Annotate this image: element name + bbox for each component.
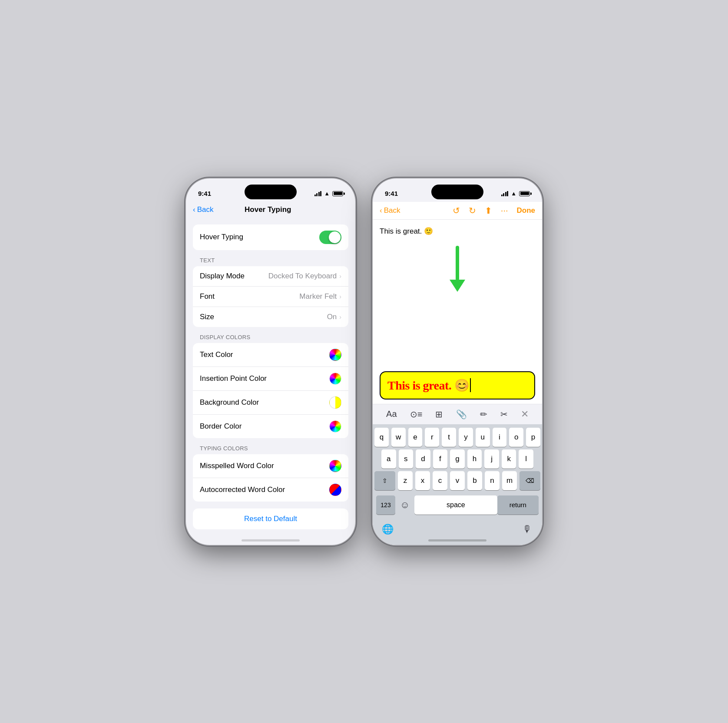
font-value: Marker Felt ›: [299, 292, 341, 301]
done-button[interactable]: Done: [517, 206, 536, 215]
notes-nav: ‹ Back ↺ ↻ ⬆ ··· Done: [373, 202, 542, 220]
key-b[interactable]: b: [467, 471, 482, 490]
key-a[interactable]: a: [381, 449, 396, 469]
mic-icon[interactable]: 🎙: [518, 520, 537, 539]
chevron-left-icon: ‹: [380, 206, 382, 215]
display-mode-label: Display Mode: [200, 272, 245, 281]
display-mode-text: Docked To Keyboard: [268, 272, 337, 281]
border-color-row[interactable]: Border Color: [193, 415, 348, 438]
key-d[interactable]: d: [416, 449, 430, 469]
display-mode-value: Docked To Keyboard ›: [268, 272, 341, 281]
back-button[interactable]: ‹ Back: [380, 206, 400, 215]
settings-content: Hover Typing TEXT Display Mode Docked To…: [186, 218, 355, 538]
border-color-label: Border Color: [200, 422, 242, 431]
wifi-icon: ▲: [511, 190, 516, 197]
format-icon[interactable]: Aa: [386, 409, 397, 419]
key-i[interactable]: i: [493, 428, 507, 447]
key-space[interactable]: space: [414, 495, 497, 515]
key-f[interactable]: f: [433, 449, 448, 469]
redo-icon[interactable]: ↻: [469, 205, 476, 216]
more-icon[interactable]: ···: [501, 205, 508, 215]
key-return[interactable]: return: [497, 495, 539, 515]
list-icon[interactable]: ⊙≡: [410, 409, 423, 419]
hover-typing-row: Hover Typing: [200, 224, 341, 250]
hover-typing-toggle[interactable]: [319, 231, 341, 244]
hover-typing-label: Hover Typing: [200, 233, 243, 241]
attachment-icon[interactable]: 📎: [456, 409, 467, 419]
signal-icon: [501, 191, 509, 196]
reset-label: Reset to Default: [244, 515, 297, 523]
battery-icon: [519, 191, 530, 196]
undo-icon[interactable]: ↺: [453, 205, 460, 216]
autocorrected-word-color-row[interactable]: Autocorrected Word Color: [193, 478, 348, 502]
misspelled-word-color-row[interactable]: Misspelled Word Color: [193, 454, 348, 478]
phone-notes: 9:41 ▲ ‹ Back ↺ ↻ ⬆ ···: [373, 178, 542, 545]
key-w[interactable]: w: [391, 428, 406, 447]
back-button[interactable]: ‹ Back: [193, 205, 213, 214]
key-q[interactable]: q: [374, 428, 389, 447]
misspelled-word-color-label: Misspelled Word Color: [200, 462, 274, 470]
font-row[interactable]: Font Marker Felt ›: [193, 287, 348, 307]
wifi-icon: ▲: [324, 190, 330, 197]
key-u[interactable]: u: [476, 428, 490, 447]
text-color-swatch: [329, 349, 341, 361]
signal-icon: [314, 191, 322, 196]
key-y[interactable]: y: [459, 428, 473, 447]
key-shift[interactable]: ⇧: [374, 471, 395, 490]
table-icon[interactable]: ⊞: [435, 409, 443, 419]
key-m[interactable]: m: [502, 471, 517, 490]
phone-settings: 9:41 ▲ ‹ Back Hover Typing Hover T: [186, 178, 355, 545]
size-text: On: [327, 313, 337, 321]
misspelled-word-color-swatch: [329, 460, 341, 472]
background-color-row[interactable]: Background Color: [193, 391, 348, 415]
key-n[interactable]: n: [485, 471, 500, 490]
key-l[interactable]: l: [519, 449, 533, 469]
keyboard: q w e r t y u i o p a s d f g h j k: [373, 424, 542, 545]
key-emoji[interactable]: ☺: [395, 495, 414, 515]
globe-icon[interactable]: 🌐: [378, 520, 397, 539]
key-e[interactable]: e: [408, 428, 423, 447]
key-o[interactable]: o: [509, 428, 523, 447]
back-label: Back: [384, 206, 400, 215]
text-color-row[interactable]: Text Color: [193, 343, 348, 367]
typing-colors-group: Misspelled Word Color Autocorrected Word…: [193, 454, 348, 502]
display-mode-row[interactable]: Display Mode Docked To Keyboard ›: [193, 266, 348, 287]
share-icon[interactable]: ⬆: [485, 205, 492, 216]
key-v[interactable]: v: [450, 471, 465, 490]
notes-app: ‹ Back ↺ ↻ ⬆ ··· Done This is great. 🙂 T…: [373, 202, 542, 545]
key-p[interactable]: p: [526, 428, 540, 447]
key-x[interactable]: x: [415, 471, 430, 490]
notes-nav-right: ↺ ↻ ⬆ ··· Done: [453, 205, 535, 216]
text-section-header: TEXT: [186, 250, 355, 266]
reset-to-default-button[interactable]: Reset to Default: [193, 508, 348, 529]
key-delete[interactable]: ⌫: [520, 471, 540, 490]
hover-typing-section: Hover Typing: [193, 224, 348, 250]
home-indicator: [242, 539, 300, 541]
key-j[interactable]: j: [484, 449, 499, 469]
key-k[interactable]: k: [502, 449, 516, 469]
lasso-icon[interactable]: ✂: [500, 409, 508, 419]
key-numbers[interactable]: 123: [376, 495, 395, 515]
key-s[interactable]: s: [399, 449, 414, 469]
keyboard-row-2: a s d f g h j k l: [374, 449, 540, 469]
dynamic-island: [431, 185, 483, 199]
key-t[interactable]: t: [442, 428, 456, 447]
key-r[interactable]: r: [425, 428, 439, 447]
nav-bar: ‹ Back Hover Typing: [186, 202, 355, 218]
markup-icon[interactable]: ✏: [480, 409, 487, 419]
keyboard-row-1: q w e r t y u i o p: [374, 428, 540, 447]
key-z[interactable]: z: [398, 471, 413, 490]
key-c[interactable]: c: [433, 471, 447, 490]
page-title: Hover Typing: [213, 205, 322, 214]
border-color-swatch: [329, 420, 341, 432]
key-g[interactable]: g: [450, 449, 465, 469]
arrow-shaft: [456, 246, 459, 281]
key-h[interactable]: h: [467, 449, 482, 469]
close-keyboard-icon[interactable]: ✕: [521, 409, 529, 420]
size-row[interactable]: Size On ›: [193, 307, 348, 327]
hover-typing-text: This is great. 😊: [387, 378, 469, 393]
text-cursor: [470, 378, 471, 392]
arrow-annotation: [450, 246, 465, 292]
size-label: Size: [200, 313, 214, 321]
insertion-point-color-row[interactable]: Insertion Point Color: [193, 367, 348, 391]
